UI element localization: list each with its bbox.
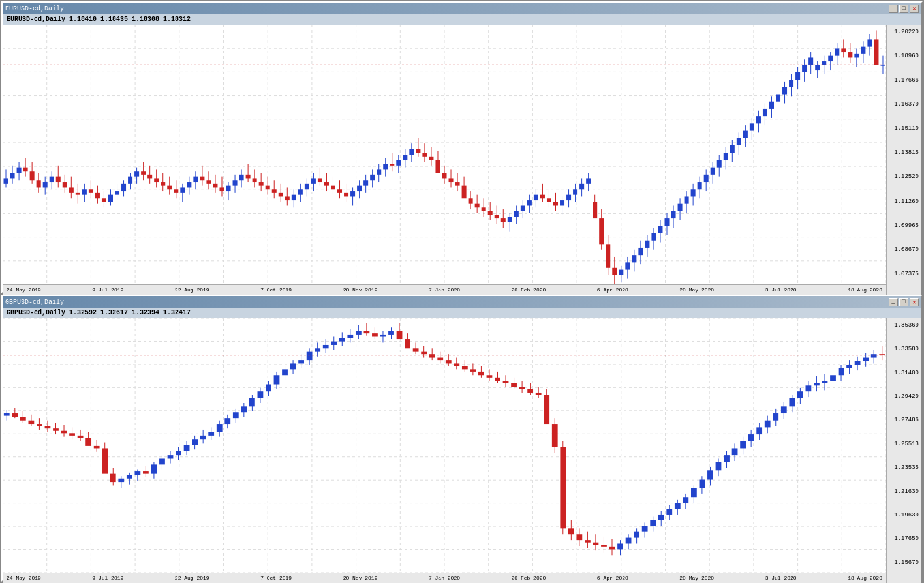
chart1-time-labels: 24 May 20199 Jul 201922 Aug 20197 Oct 20… bbox=[5, 287, 884, 293]
chart2-time-axis: 24 May 20199 Jul 201922 Aug 20197 Oct 20… bbox=[3, 573, 886, 583]
chart2-price-axis: 1.353601.335801.314001.294201.274861.255… bbox=[886, 318, 921, 583]
chart2-canvas bbox=[3, 318, 886, 573]
chart2-price-labels: 1.353601.335801.314001.294201.274861.255… bbox=[888, 321, 920, 583]
chart1-close-btn[interactable]: ✕ bbox=[910, 5, 919, 13]
chart-window-1: EURUSD-cd,Daily _ □ ✕ EURUSD-cd,Daily 1.… bbox=[1, 1, 923, 293]
chart1-minimize-btn[interactable]: _ bbox=[889, 5, 898, 13]
chart2-close-btn[interactable]: ✕ bbox=[910, 298, 919, 306]
chart2-maximize-btn[interactable]: □ bbox=[899, 298, 908, 306]
chart2-info: GBPUSD-cd,Daily 1.32592 1.32617 1.32394 … bbox=[7, 309, 191, 316]
chart1-time-axis: 24 May 20199 Jul 201922 Aug 20197 Oct 20… bbox=[3, 284, 886, 295]
chart1-area bbox=[3, 25, 886, 284]
chart1-maximize-btn[interactable]: □ bbox=[899, 5, 908, 13]
chart1-canvas bbox=[3, 25, 886, 284]
chart2-minimize-btn[interactable]: _ bbox=[889, 298, 898, 306]
chart1-price-axis: 1.202201.189601.176661.163701.151101.138… bbox=[886, 25, 921, 295]
chart-window-2: GBPUSD-cd,Daily _ □ ✕ GBPUSD-cd,Daily 1.… bbox=[1, 295, 923, 582]
chart1-title: EURUSD-cd,Daily bbox=[5, 5, 64, 12]
chart2-time-labels: 24 May 20199 Jul 201922 Aug 20197 Oct 20… bbox=[5, 575, 884, 581]
chart2-container: GBPUSD-cd,Daily 1.32592 1.32617 1.32394 … bbox=[3, 308, 921, 583]
chart1-window-buttons: _ □ ✕ bbox=[889, 5, 919, 13]
chart1-title-bar: EURUSD-cd,Daily _ □ ✕ bbox=[3, 3, 921, 14]
chart1-info: EURUSD-cd,Daily 1.18410 1.18435 1.18308 … bbox=[7, 16, 191, 23]
chart2-title: GBPUSD-cd,Daily bbox=[5, 299, 64, 306]
chart1-price-labels: 1.202201.189601.176661.163701.151101.138… bbox=[888, 27, 920, 295]
chart2-area bbox=[3, 318, 886, 573]
chart2-window-buttons: _ □ ✕ bbox=[889, 298, 919, 306]
chart1-container: EURUSD-cd,Daily 1.18410 1.18435 1.18308 … bbox=[3, 14, 921, 295]
chart2-title-bar: GBPUSD-cd,Daily _ □ ✕ bbox=[3, 296, 921, 308]
